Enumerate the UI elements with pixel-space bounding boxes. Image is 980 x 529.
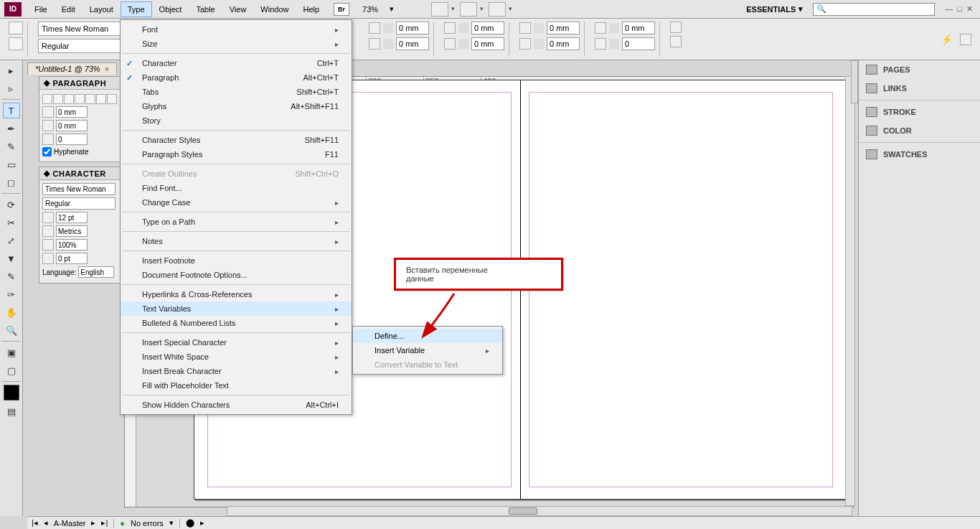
view-mode-2[interactable] — [460, 2, 477, 17]
fill-toggle[interactable]: ▣ — [3, 345, 20, 360]
gradient-tool[interactable]: ▼ — [3, 251, 20, 266]
rect-tool[interactable]: ◻ — [3, 174, 20, 190]
rect-frame-tool[interactable]: ▭ — [3, 156, 20, 172]
char-size-field[interactable]: 12 pt — [56, 212, 88, 223]
menu-window[interactable]: Window — [253, 1, 296, 17]
char-track-field[interactable]: 0 pt — [56, 253, 88, 264]
char-family-field[interactable]: Times New Roman — [42, 183, 116, 195]
mi-breakchar[interactable]: Insert Break Character▸ — [121, 364, 352, 378]
align-justify-l[interactable] — [85, 94, 95, 104]
menu-view[interactable]: View — [222, 1, 254, 17]
submenu-insert[interactable]: Insert Variable▸ — [353, 343, 502, 357]
list-icon[interactable] — [670, 22, 682, 33]
screen-mode[interactable]: ▤ — [3, 403, 20, 419]
dropcap-chars-field[interactable]: 0 — [622, 37, 655, 50]
direct-selection-tool[interactable]: ▹ — [3, 80, 20, 96]
indent-right-field[interactable]: 0 mm — [471, 22, 504, 34]
bridge-icon[interactable]: Br — [334, 3, 349, 16]
indent-left-field[interactable]: 0 mm — [396, 22, 429, 34]
mi-hiddenchars[interactable]: Show Hidden CharactersAlt+Ctrl+I — [121, 398, 352, 412]
dropcap-lines-field[interactable]: 0 mm — [622, 22, 655, 34]
para-space-field[interactable]: 0 mm — [56, 120, 88, 131]
view-mode-3[interactable] — [489, 2, 506, 17]
menu-table[interactable]: Table — [189, 1, 222, 17]
close-button[interactable]: ✕ — [966, 4, 973, 14]
hand-tool[interactable]: ✋ — [3, 304, 20, 320]
rotate-tool[interactable]: ⟳ — [3, 197, 20, 212]
page-nav-first[interactable]: |◂ — [32, 518, 38, 528]
mi-typeonpath[interactable]: Type on a Path▸ — [121, 215, 352, 229]
mi-specialchar[interactable]: Insert Special Character▸ — [121, 335, 352, 350]
mi-hyperlinks[interactable]: Hyperlinks & Cross-References▸ — [121, 287, 352, 301]
mi-notes[interactable]: Notes▸ — [121, 234, 352, 248]
mi-insertfootnote[interactable]: Insert Footnote — [121, 253, 352, 268]
pencil-tool[interactable]: ✎ — [3, 139, 20, 154]
space-after-field[interactable]: 0 mm — [547, 37, 580, 50]
mi-bullets[interactable]: Bulleted & Numbered Lists▸ — [121, 316, 352, 330]
type-tool[interactable]: T — [3, 103, 20, 118]
mi-story[interactable]: Story — [121, 113, 352, 128]
pen-tool[interactable]: ✒ — [3, 121, 20, 136]
mi-docfootnote[interactable]: Document Footnote Options... — [121, 268, 352, 282]
align-center[interactable] — [53, 94, 63, 104]
fill-color[interactable] — [4, 385, 19, 401]
document-tab[interactable]: *Untitled-1 @ 73% × — [27, 62, 117, 75]
mi-charstyles[interactable]: Character StylesShift+F11 — [121, 133, 352, 147]
indent-firstline-field[interactable]: 0 mm — [396, 37, 429, 50]
panel-pages[interactable]: PAGES — [859, 60, 980, 79]
align-justify-r[interactable] — [107, 94, 117, 104]
page-field[interactable]: A-Master — [54, 519, 86, 528]
view-mode-1[interactable] — [431, 2, 448, 17]
mi-character[interactable]: ✓CharacterCtrl+T — [121, 56, 352, 70]
char-scale-field[interactable]: 100% — [56, 239, 88, 251]
stroke-toggle[interactable]: ▢ — [3, 362, 20, 378]
panel-color[interactable]: COLOR — [859, 121, 980, 140]
zoom-tool[interactable]: 🔍 — [3, 322, 20, 338]
zoom-dropdown[interactable]: 73%▾ — [362, 4, 415, 14]
mi-tabs[interactable]: TabsShift+Ctrl+T — [121, 85, 352, 99]
note-tool[interactable]: ✎ — [3, 268, 20, 284]
transform-tool[interactable]: ⤢ — [3, 233, 20, 248]
mi-size[interactable]: Size▸ — [121, 37, 352, 51]
status-extra-icon[interactable]: ⬤ — [186, 518, 194, 528]
char-leading-field[interactable]: Metrics — [56, 225, 88, 237]
mi-parastyles[interactable]: Paragraph StylesF11 — [121, 147, 352, 161]
search-field[interactable]: 🔍 — [813, 3, 935, 16]
scissors-tool[interactable]: ✂ — [3, 215, 20, 230]
mi-findfont[interactable]: Find Font... — [121, 181, 352, 195]
menu-layout[interactable]: Layout — [83, 1, 121, 17]
mi-whitespace[interactable]: Insert White Space▸ — [121, 350, 352, 364]
space-before-field[interactable]: 0 mm — [547, 22, 580, 34]
align-justify-c[interactable] — [96, 94, 106, 104]
panel-menu-icon[interactable] — [960, 34, 971, 45]
para-indent-field[interactable]: 0 mm — [56, 106, 88, 118]
maximize-button[interactable]: □ — [957, 4, 962, 14]
mi-changecase[interactable]: Change Case▸ — [121, 195, 352, 210]
para-mode-icon[interactable] — [9, 37, 23, 50]
workspace-switcher[interactable]: ESSENTIALS▾ — [746, 4, 803, 14]
menu-file[interactable]: File — [27, 1, 55, 17]
selection-tool[interactable]: ▸ — [3, 62, 20, 78]
lightning-icon[interactable]: ⚡ — [941, 34, 953, 45]
menu-type[interactable]: Type — [121, 1, 152, 17]
mi-placeholder[interactable]: Fill with Placeholder Text — [121, 378, 352, 393]
panel-swatches[interactable]: SWATCHES — [859, 145, 980, 164]
horizontal-scrollbar[interactable] — [227, 506, 852, 516]
page-nav-last[interactable]: ▸| — [101, 518, 108, 528]
menu-object[interactable]: Object — [152, 1, 189, 17]
mi-font[interactable]: Font▸ — [121, 22, 352, 37]
hyphenate-checkbox[interactable] — [42, 147, 52, 156]
mi-textvariables[interactable]: Text Variables▸ — [121, 301, 352, 316]
menu-help[interactable]: Help — [296, 1, 326, 17]
para-drop-field[interactable]: 0 — [56, 134, 88, 145]
list-icon-2[interactable] — [670, 36, 682, 47]
mi-paragraph[interactable]: ✓ParagraphAlt+Ctrl+T — [121, 70, 352, 85]
close-tab-icon[interactable]: × — [105, 65, 109, 73]
mi-glyphs[interactable]: GlyphsAlt+Shift+F11 — [121, 99, 352, 113]
page-nav-prev[interactable]: ◂ — [44, 518, 48, 528]
char-style-field[interactable]: Regular — [42, 197, 116, 210]
indent-lastline-field[interactable]: 0 mm — [471, 37, 504, 50]
language-field[interactable]: English — [78, 266, 114, 278]
panel-links[interactable]: LINKS — [859, 79, 980, 98]
page-nav-next[interactable]: ▸ — [91, 518, 95, 528]
